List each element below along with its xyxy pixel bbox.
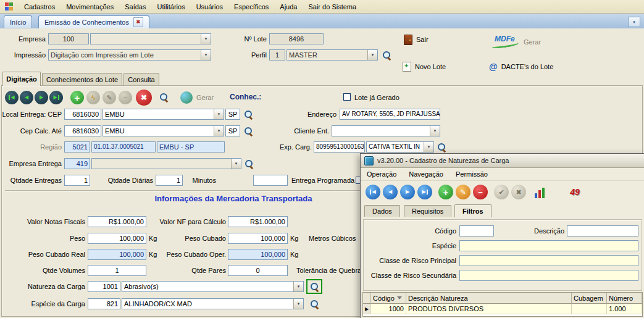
dialog-last-button[interactable]: ▶: [417, 185, 432, 199]
last-record-button[interactable]: ▶: [49, 91, 63, 104]
natureza-combobox[interactable]: Abrasivo(s) ▼: [122, 281, 304, 292]
add-record-button[interactable]: +: [70, 91, 84, 104]
exp-carg-combobox[interactable]: CATIVA TEXTIL IN ▼: [366, 141, 434, 153]
peso-cubado-field[interactable]: 100,000: [228, 233, 288, 244]
prev-record-button[interactable]: ◀: [20, 91, 33, 104]
exp-carg-search-button[interactable]: [436, 141, 447, 153]
dropdown-arrow-icon[interactable]: ▼: [293, 299, 303, 309]
remove-record-button[interactable]: −: [119, 91, 132, 104]
dialog-prev-button[interactable]: ◀: [383, 185, 398, 199]
dropdown-arrow-icon[interactable]: ▼: [231, 159, 241, 169]
cep-calc-cidade-combobox[interactable]: EMBU ▼: [102, 125, 224, 136]
cliente-ent-combobox[interactable]: ▼: [332, 125, 440, 136]
empresa-combobox[interactable]: ▼: [90, 33, 211, 44]
especie-combobox[interactable]: ALINHADOR/CX MAD ▼: [122, 298, 304, 309]
natureza-search-icon[interactable]: [309, 282, 319, 291]
dropdown-arrow-icon[interactable]: ▼: [293, 282, 303, 291]
dialog-especie-field[interactable]: [459, 240, 638, 251]
cep-calc-uf-field[interactable]: SP: [225, 125, 240, 136]
first-record-button[interactable]: ◀: [5, 91, 19, 104]
dialog-codigo-field[interactable]: [459, 225, 494, 236]
lote-ja-gerado-checkbox[interactable]: [343, 93, 351, 101]
edit-record-button[interactable]: ✎: [102, 91, 116, 104]
dropdown-arrow-icon[interactable]: ▼: [367, 50, 377, 60]
empresa-entrega-search-button[interactable]: [243, 158, 254, 169]
tab-inicio[interactable]: Início: [4, 15, 32, 28]
perfil-combobox[interactable]: MASTER ▼: [286, 49, 378, 61]
dropdown-arrow-icon[interactable]: ▼: [201, 34, 211, 44]
qtde-pares-field[interactable]: 0: [228, 265, 288, 276]
dialog-add-button[interactable]: +: [438, 185, 453, 199]
dialog-next-button[interactable]: ▶: [400, 185, 415, 199]
dialog-tab-dados[interactable]: Dados: [364, 205, 400, 217]
dialog-edit-button[interactable]: ✎: [456, 185, 470, 199]
filter-icon[interactable]: [397, 296, 402, 299]
dialog-tab-requisitos[interactable]: Requisitos: [404, 205, 451, 217]
dialog-titlebar[interactable]: v3.20.00 - Cadastro de Naturezas de Carg…: [361, 154, 644, 168]
qtde-volumes-field[interactable]: 1: [88, 265, 146, 276]
valor-notas-fiscais-field[interactable]: R$1.000,00: [88, 216, 146, 227]
dactes-do-lote-button[interactable]: @ DACTE's do Lote: [489, 61, 553, 73]
dropdown-arrow-icon[interactable]: ▼: [214, 109, 224, 119]
dialog-cancel-button[interactable]: ✖: [511, 185, 526, 199]
dropdown-arrow-icon[interactable]: ▼: [430, 126, 440, 136]
menu-item-sair-do-sistema[interactable]: Sair do Sistema: [308, 3, 356, 10]
subtab-conhecimentos-do-lote[interactable]: Conhecimentos do Lote: [42, 73, 122, 86]
subtab-digitacao[interactable]: Digitação: [2, 72, 41, 86]
dialog-descricao-field[interactable]: [567, 225, 638, 236]
dropdown-arrow-icon[interactable]: ▼: [214, 126, 224, 136]
dialog-confirm-button[interactable]: ✔: [494, 185, 509, 199]
sair-button[interactable]: Sair: [404, 33, 429, 46]
grid-header-codigo[interactable]: Código: [371, 293, 406, 304]
dialog-classe-principal-field[interactable]: [459, 255, 638, 266]
dialog-tab-filtros[interactable]: Filtros: [454, 204, 491, 217]
tab-emissao-conhecimentos[interactable]: Emissão de Conhecimentos ✖: [38, 15, 149, 28]
lightning-action-button[interactable]: ϟ: [86, 91, 100, 104]
grid-data-row[interactable]: ▶ 1000 PRODUTOS DIVERSOS 1.000: [363, 304, 642, 314]
menu-item-ajuda[interactable]: Ajuda: [280, 3, 297, 10]
local-cidade-combobox[interactable]: EMBU ▼: [102, 109, 224, 120]
menu-item-utilitarios[interactable]: Utilitários: [157, 3, 185, 10]
perfil-search-button[interactable]: [381, 49, 392, 61]
grid-header-numero[interactable]: Número: [607, 293, 642, 304]
grid-header-descricao[interactable]: Descrição Natureza: [406, 293, 572, 304]
next-record-button[interactable]: ▶: [35, 91, 48, 104]
menu-item-cadastros[interactable]: Cadastros: [24, 3, 55, 10]
gerar-mdfe-button[interactable]: Gerar: [524, 36, 541, 48]
dialog-classe-secundaria-field[interactable]: [459, 270, 638, 281]
peso-field[interactable]: 100,000: [88, 233, 146, 244]
dialog-remove-button[interactable]: −: [473, 185, 488, 199]
close-tab-icon[interactable]: ✖: [133, 17, 143, 27]
cep-calc-field[interactable]: 6816030: [64, 125, 101, 136]
valor-nf-calculo-field[interactable]: R$1.000,00: [228, 216, 288, 227]
cancel-button[interactable]: ✖: [136, 90, 152, 106]
qtdade-diarias-field[interactable]: 1: [156, 175, 183, 186]
qtdade-entregas-field[interactable]: 1: [64, 175, 90, 186]
dialog-menu-navegacao[interactable]: Navegação: [409, 170, 443, 178]
empresa-entrega-combobox[interactable]: ▼: [91, 158, 241, 169]
menu-item-especificos[interactable]: Específicos: [234, 3, 269, 10]
dialog-first-button[interactable]: ◀: [366, 185, 380, 199]
chevron-down-icon[interactable]: ▼: [628, 17, 640, 27]
dialog-menu-permissao[interactable]: Permissão: [456, 170, 488, 178]
menu-item-saidas[interactable]: Saídas: [125, 3, 146, 10]
dialog-menu-operacao[interactable]: Operação: [367, 170, 396, 178]
dropdown-arrow-icon[interactable]: ▼: [424, 142, 433, 152]
menu-item-movimentacoes[interactable]: Movimentações: [66, 3, 114, 10]
grid-header-cubagem[interactable]: Cubagem: [572, 293, 607, 304]
local-cep-search-button[interactable]: [243, 109, 254, 120]
novo-lote-button[interactable]: Novo Lote: [403, 61, 446, 73]
subtab-consulta[interactable]: Consulta: [123, 73, 159, 86]
minutos-field[interactable]: [253, 175, 288, 186]
natureza-cod-field[interactable]: 1001: [88, 281, 120, 292]
dropdown-arrow-icon[interactable]: ▼: [201, 50, 211, 60]
impressao-combobox[interactable]: Digitação com Impressão em Lote ▼: [48, 49, 211, 61]
local-cep-field[interactable]: 6816030: [64, 109, 101, 120]
toolbar-gerar-button[interactable]: Gerar: [196, 92, 227, 103]
local-uf-field[interactable]: SP: [225, 109, 240, 120]
exp-carg-cnpj-field[interactable]: 80959513000163: [314, 141, 365, 153]
especie-cod-field[interactable]: 821: [88, 298, 120, 309]
endereco-field[interactable]: AV ROTARY, 5505, JD PIRAJUSSARA: [340, 109, 440, 120]
especie-search-button[interactable]: [309, 298, 320, 309]
badge-49-button[interactable]: 49: [567, 185, 583, 199]
